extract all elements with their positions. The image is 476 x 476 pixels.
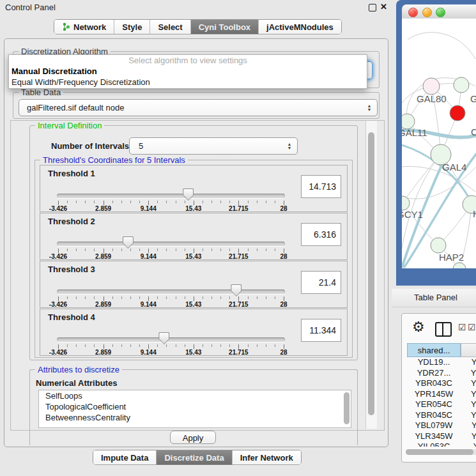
scrollbar-thumb[interactable] — [406, 449, 473, 455]
tick-label: 15.43 — [178, 253, 209, 260]
table-row[interactable]: YIL053CYIL0 — [407, 441, 476, 447]
threshold-value-field[interactable]: 11.344 — [301, 319, 341, 342]
tick-mark — [94, 296, 95, 299]
threshold-value-field[interactable]: 21.4 — [301, 271, 341, 294]
table-cell: YBL0 — [461, 420, 476, 431]
slider-track[interactable] — [57, 194, 285, 198]
tick-label: 21.715 — [223, 205, 254, 212]
tab-label: Impute Data — [101, 453, 148, 463]
control-panel-window: Control Panel ✕ NetworkStyleSelectCyni T… — [0, 0, 392, 476]
table-row[interactable]: YBR045CYBR0 — [407, 410, 476, 421]
table-row[interactable]: YDL19...YDL1 — [407, 357, 476, 368]
list-scrollbar-thumb[interactable] — [344, 392, 349, 424]
tick-mark — [85, 249, 86, 251]
close-traffic-light-icon[interactable] — [408, 8, 418, 17]
checkbox-icon[interactable]: ☑ — [458, 322, 466, 332]
tick-mark — [275, 296, 275, 299]
network-node-c[interactable] — [450, 105, 465, 121]
tab-discretize-data[interactable]: Discretize Data — [157, 450, 232, 464]
attributes-list[interactable]: SelfLoopsTopologicalCoefficientBetweenne… — [38, 390, 351, 428]
tick-mark — [166, 249, 167, 251]
tick-mark — [85, 296, 86, 299]
combo-arrows-icon: ▲▼ — [284, 142, 297, 150]
slider-thumb[interactable] — [123, 236, 134, 249]
table-row[interactable]: YER054CYER0 — [407, 399, 476, 410]
tab-label: Infer Network — [240, 453, 293, 463]
table-panel-title: Table Panel — [414, 293, 457, 302]
apply-button[interactable]: Apply — [170, 431, 216, 444]
column-header-2[interactable]: na — [461, 343, 476, 357]
tick-mark — [76, 296, 77, 299]
slider-thumb[interactable] — [231, 284, 242, 296]
checkbox-icon[interactable]: ☑ — [468, 322, 476, 332]
vertical-scrollbar[interactable] — [365, 121, 377, 429]
tab-jactivemnodules[interactable]: jActiveMNodules — [259, 20, 341, 34]
column-header-1[interactable]: shared... — [407, 343, 461, 357]
scrollbar-thumb[interactable] — [368, 132, 374, 415]
tick-mark — [104, 249, 104, 253]
tab-select[interactable]: Select — [150, 20, 190, 34]
popup-item-select-algorithm-to-view-settings[interactable]: Select algorithm to view settings — [9, 55, 367, 66]
tick-mark — [112, 249, 113, 251]
tick-mark — [194, 296, 194, 301]
tick-mark — [176, 249, 176, 251]
tick-mark — [157, 296, 158, 299]
tick-label: 15.43 — [178, 205, 209, 212]
tick-mark — [238, 249, 239, 253]
attribute-item-betweennesscentrality[interactable]: BetweennessCentrality — [39, 412, 351, 423]
table-row[interactable]: YBL079WYBL0 — [407, 420, 476, 431]
network-node-gal80[interactable] — [423, 78, 440, 95]
table-data-combobox[interactable]: galFiltered.sif default node ▲▼ — [19, 99, 378, 116]
network-node-hap2[interactable] — [431, 238, 446, 253]
num-intervals-combobox[interactable]: 5 ▲▼ — [129, 137, 298, 155]
tick-label: 28 — [268, 205, 299, 212]
table-panel-titlebar: Table Panel — [392, 289, 476, 307]
network-node-ga[interactable] — [454, 77, 469, 93]
popup-item-manual-discretization[interactable]: Manual Discretization — [9, 66, 367, 77]
tick-label: -3.426 — [43, 205, 73, 212]
tab-cyni-toolbox[interactable]: Cyni Toolbox — [191, 20, 259, 34]
tab-impute-data[interactable]: Impute Data — [93, 450, 157, 464]
split-columns-icon[interactable] — [435, 322, 452, 337]
tick-mark — [257, 296, 257, 299]
slider-track[interactable] — [57, 289, 285, 294]
threshold-value-field[interactable]: 6.316 — [301, 223, 341, 246]
close-icon[interactable]: ✕ — [380, 2, 387, 12]
table-cell: YDL1 — [461, 357, 476, 368]
table-row[interactable]: YLR345WYLR3 — [407, 431, 476, 442]
gear-icon[interactable]: ⚙ — [412, 319, 425, 335]
tick-mark — [220, 344, 221, 347]
threshold-label: Threshold 4 — [48, 312, 95, 322]
network-canvas[interactable]: GAL80GACGAL11GAL4GCY1HHAP2 — [402, 19, 476, 268]
slider-track[interactable] — [57, 242, 285, 246]
horizontal-scrollbar[interactable] — [406, 449, 476, 455]
table-row[interactable]: YPR145WYPR1 — [407, 389, 476, 400]
tick-mark — [76, 249, 77, 251]
slider-thumb[interactable] — [183, 188, 194, 201]
threshold-value-field[interactable]: 14.713 — [301, 175, 341, 198]
tick-mark — [148, 344, 149, 349]
threshold-panel-1: Threshold 1-3.4262.8599.14415.4321.71528… — [40, 165, 348, 212]
table-cell: YLR345W — [407, 431, 461, 442]
attribute-item-topologicalcoefficient[interactable]: TopologicalCoefficient — [39, 401, 351, 412]
attribute-item-selfloops[interactable]: SelfLoops — [39, 390, 351, 401]
node-label: GAL11 — [402, 127, 427, 138]
slider-thumb-face — [231, 285, 241, 296]
zoom-traffic-light-icon[interactable] — [436, 8, 445, 17]
tick-mark — [248, 201, 249, 203]
threshold-panel-2: Threshold 2-3.4262.8599.14415.4321.71528… — [40, 213, 348, 260]
table-row[interactable]: YDR27...YDR2 — [407, 368, 476, 379]
minimize-traffic-light-icon[interactable] — [422, 8, 432, 17]
network-edge[interactable] — [408, 33, 475, 59]
tab-infer-network[interactable]: Infer Network — [233, 450, 301, 464]
tab-label: Style — [122, 22, 142, 32]
tab-network[interactable]: Network — [54, 20, 114, 34]
slider-thumb[interactable] — [158, 332, 169, 344]
tick-mark — [185, 344, 185, 347]
tab-style[interactable]: Style — [114, 20, 150, 34]
popup-item-equal-width-frequency-discretization[interactable]: Equal Width/Frequency Discretization — [9, 77, 367, 88]
table-row[interactable]: YBR043CYBR0 — [407, 378, 476, 389]
slider-track[interactable] — [57, 337, 285, 342]
float-window-icon[interactable] — [369, 4, 376, 12]
num-intervals-label: Number of Intervals — [51, 141, 129, 151]
